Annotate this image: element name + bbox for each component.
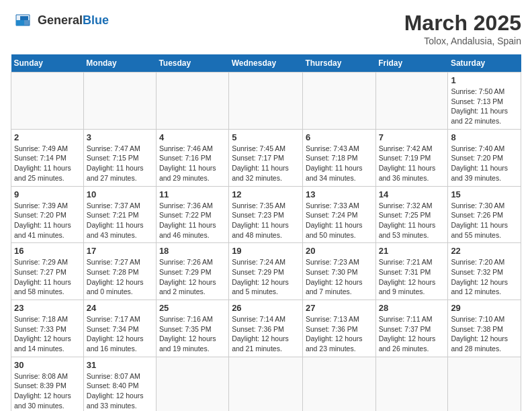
calendar-cell: 9Sunrise: 7:39 AM Sunset: 7:20 PM Daylig… <box>11 186 84 243</box>
day-info: Sunrise: 7:32 AM Sunset: 7:25 PM Dayligh… <box>379 201 445 240</box>
day-info: Sunrise: 8:08 AM Sunset: 8:39 PM Dayligh… <box>14 371 81 411</box>
day-number: 24 <box>87 303 153 313</box>
day-info: Sunrise: 7:16 AM Sunset: 7:35 PM Dayligh… <box>159 314 226 354</box>
calendar-cell <box>302 73 375 130</box>
day-number: 17 <box>87 246 153 256</box>
calendar-cell: 8Sunrise: 7:40 AM Sunset: 7:20 PM Daylig… <box>448 129 521 186</box>
calendar-cell: 2Sunrise: 7:49 AM Sunset: 7:14 PM Daylig… <box>11 129 84 186</box>
calendar-cell: 20Sunrise: 7:23 AM Sunset: 7:30 PM Dayli… <box>302 243 375 300</box>
calendar-cell <box>448 357 521 411</box>
day-number: 8 <box>451 132 518 142</box>
day-number: 15 <box>451 189 518 199</box>
day-info: Sunrise: 7:39 AM Sunset: 7:20 PM Dayligh… <box>14 201 81 240</box>
day-number: 16 <box>14 246 81 256</box>
calendar-page: GeneralBlue March 2025 Tolox, Andalusia,… <box>0 0 532 411</box>
calendar-cell: 13Sunrise: 7:33 AM Sunset: 7:24 PM Dayli… <box>302 186 375 243</box>
calendar-cell <box>229 357 303 411</box>
day-number: 12 <box>232 189 300 199</box>
day-number: 4 <box>159 132 226 142</box>
month-title: March 2025 <box>404 11 521 36</box>
day-number: 9 <box>14 189 81 199</box>
day-number: 20 <box>306 246 373 256</box>
day-info: Sunrise: 7:36 AM Sunset: 7:22 PM Dayligh… <box>159 201 226 240</box>
day-info: Sunrise: 7:13 AM Sunset: 7:36 PM Dayligh… <box>306 314 373 354</box>
day-number: 22 <box>451 246 518 256</box>
calendar-cell: 4Sunrise: 7:46 AM Sunset: 7:16 PM Daylig… <box>156 129 228 186</box>
calendar-cell: 28Sunrise: 7:11 AM Sunset: 7:37 PM Dayli… <box>375 300 448 357</box>
day-number: 7 <box>379 132 445 142</box>
calendar-cell: 5Sunrise: 7:45 AM Sunset: 7:17 PM Daylig… <box>229 129 303 186</box>
calendar-week-row: 9Sunrise: 7:39 AM Sunset: 7:20 PM Daylig… <box>11 186 521 243</box>
day-info: Sunrise: 7:18 AM Sunset: 7:33 PM Dayligh… <box>14 314 81 354</box>
calendar-cell: 10Sunrise: 7:37 AM Sunset: 7:21 PM Dayli… <box>83 186 156 243</box>
calendar-cell <box>11 73 84 130</box>
day-info: Sunrise: 7:26 AM Sunset: 7:29 PM Dayligh… <box>159 257 226 297</box>
weekday-header: Wednesday <box>229 54 303 73</box>
day-info: Sunrise: 7:35 AM Sunset: 7:23 PM Dayligh… <box>232 201 300 240</box>
calendar-week-row: 16Sunrise: 7:29 AM Sunset: 7:27 PM Dayli… <box>11 243 521 300</box>
day-number: 1 <box>451 75 518 85</box>
day-number: 21 <box>379 246 445 256</box>
day-number: 6 <box>306 132 373 142</box>
day-info: Sunrise: 7:21 AM Sunset: 7:31 PM Dayligh… <box>379 257 445 297</box>
calendar-cell: 16Sunrise: 7:29 AM Sunset: 7:27 PM Dayli… <box>11 243 84 300</box>
calendar-cell: 26Sunrise: 7:14 AM Sunset: 7:36 PM Dayli… <box>229 300 303 357</box>
calendar-cell <box>229 73 303 130</box>
day-number: 30 <box>14 360 81 370</box>
weekday-header: Saturday <box>448 54 521 73</box>
calendar-week-row: 1Sunrise: 7:50 AM Sunset: 7:13 PM Daylig… <box>11 73 521 130</box>
day-number: 13 <box>306 189 373 199</box>
day-number: 11 <box>159 189 226 199</box>
day-number: 26 <box>232 303 300 313</box>
weekday-header: Monday <box>83 54 156 73</box>
calendar-cell: 31Sunrise: 8:07 AM Sunset: 8:40 PM Dayli… <box>83 357 156 411</box>
calendar-cell: 11Sunrise: 7:36 AM Sunset: 7:22 PM Dayli… <box>156 186 228 243</box>
calendar-cell: 17Sunrise: 7:27 AM Sunset: 7:28 PM Dayli… <box>83 243 156 300</box>
logo-icon <box>11 11 35 30</box>
day-info: Sunrise: 7:47 AM Sunset: 7:15 PM Dayligh… <box>87 144 153 183</box>
day-info: Sunrise: 7:46 AM Sunset: 7:16 PM Dayligh… <box>159 144 226 183</box>
day-info: Sunrise: 7:33 AM Sunset: 7:24 PM Dayligh… <box>306 201 373 240</box>
title-block: March 2025 Tolox, Andalusia, Spain <box>404 11 521 46</box>
calendar-cell: 3Sunrise: 7:47 AM Sunset: 7:15 PM Daylig… <box>83 129 156 186</box>
day-info: Sunrise: 7:24 AM Sunset: 7:29 PM Dayligh… <box>232 257 300 297</box>
day-info: Sunrise: 7:49 AM Sunset: 7:14 PM Dayligh… <box>14 144 81 183</box>
day-info: Sunrise: 7:27 AM Sunset: 7:28 PM Dayligh… <box>87 257 153 297</box>
day-info: Sunrise: 8:07 AM Sunset: 8:40 PM Dayligh… <box>87 371 153 411</box>
day-info: Sunrise: 7:14 AM Sunset: 7:36 PM Dayligh… <box>232 314 300 354</box>
svg-marker-2 <box>20 16 28 20</box>
day-info: Sunrise: 7:10 AM Sunset: 7:38 PM Dayligh… <box>451 314 518 354</box>
day-number: 23 <box>14 303 81 313</box>
day-info: Sunrise: 7:50 AM Sunset: 7:13 PM Dayligh… <box>451 87 518 126</box>
weekday-header: Friday <box>375 54 448 73</box>
day-number: 31 <box>87 360 153 370</box>
calendar-cell: 29Sunrise: 7:10 AM Sunset: 7:38 PM Dayli… <box>448 300 521 357</box>
calendar-cell: 25Sunrise: 7:16 AM Sunset: 7:35 PM Dayli… <box>156 300 228 357</box>
calendar-cell: 24Sunrise: 7:17 AM Sunset: 7:34 PM Dayli… <box>83 300 156 357</box>
day-number: 28 <box>379 303 445 313</box>
day-number: 19 <box>232 246 300 256</box>
day-number: 18 <box>159 246 226 256</box>
weekday-header: Sunday <box>11 54 84 73</box>
day-number: 5 <box>232 132 300 142</box>
calendar-cell <box>375 357 448 411</box>
day-number: 10 <box>87 189 153 199</box>
location-subtitle: Tolox, Andalusia, Spain <box>404 36 521 46</box>
calendar-week-row: 30Sunrise: 8:08 AM Sunset: 8:39 PM Dayli… <box>11 357 521 411</box>
calendar-header: SundayMondayTuesdayWednesdayThursdayFrid… <box>11 54 521 73</box>
day-number: 27 <box>306 303 373 313</box>
calendar-cell: 7Sunrise: 7:42 AM Sunset: 7:19 PM Daylig… <box>375 129 448 186</box>
calendar-cell <box>83 73 156 130</box>
weekday-header: Thursday <box>302 54 375 73</box>
day-number: 14 <box>379 189 445 199</box>
day-info: Sunrise: 7:42 AM Sunset: 7:19 PM Dayligh… <box>379 144 445 183</box>
calendar-cell: 1Sunrise: 7:50 AM Sunset: 7:13 PM Daylig… <box>448 73 521 130</box>
day-number: 3 <box>87 132 153 142</box>
calendar-cell: 22Sunrise: 7:20 AM Sunset: 7:32 PM Dayli… <box>448 243 521 300</box>
svg-marker-3 <box>16 20 24 26</box>
weekday-row: SundayMondayTuesdayWednesdayThursdayFrid… <box>11 54 521 73</box>
calendar-cell: 12Sunrise: 7:35 AM Sunset: 7:23 PM Dayli… <box>229 186 303 243</box>
day-info: Sunrise: 7:40 AM Sunset: 7:20 PM Dayligh… <box>451 144 518 183</box>
calendar-cell: 21Sunrise: 7:21 AM Sunset: 7:31 PM Dayli… <box>375 243 448 300</box>
day-info: Sunrise: 7:43 AM Sunset: 7:18 PM Dayligh… <box>306 144 373 183</box>
